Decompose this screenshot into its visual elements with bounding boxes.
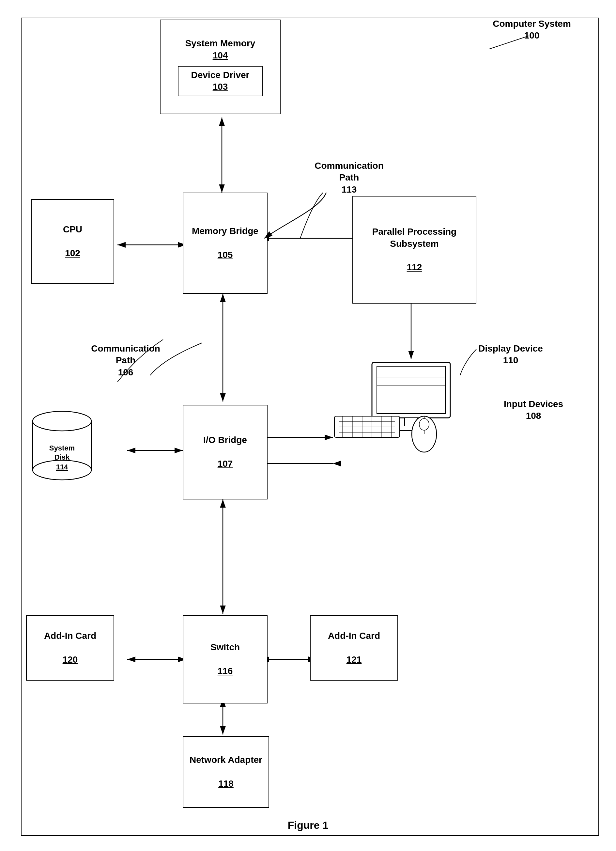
svg-text:System: System [49,444,75,452]
add-in-card-120-box: Add-In Card 120 [26,615,114,681]
comm-path-113-label: Communication Path 113 [307,160,392,195]
switch-box: Switch 116 [183,615,267,704]
svg-rect-15 [377,366,445,413]
add-in-card-121-box: Add-In Card 121 [310,615,398,681]
computer-system-label: Computer System 100 [483,18,581,42]
svg-rect-39 [21,18,599,836]
io-bridge-box: I/O Bridge 107 [183,405,267,499]
keyboard-icon [333,415,401,441]
input-devices-label: Input Devices 108 [493,398,574,422]
mouse-icon [408,408,440,454]
system-memory-box: System Memory 104 Device Driver 103 [160,20,281,114]
system-memory-label: System Memory 104 [185,38,255,62]
cpu-box: CPU 102 [31,199,114,284]
svg-text:Disk: Disk [54,453,70,461]
network-adapter-box: Network Adapter 118 [183,736,269,808]
device-driver-box: Device Driver 103 [178,66,263,96]
svg-text:114: 114 [56,463,68,471]
comm-path-106-label: Communication Path 106 [81,343,170,378]
svg-point-34 [33,411,92,431]
parallel-processing-box: Parallel Processing Subsystem 112 [352,196,476,304]
svg-point-32 [419,418,429,430]
system-disk-icon: System Disk 114 [26,405,98,483]
diagram: Computer System 100 System Memory 104 De… [0,0,616,851]
figure-label: Figure 1 [0,819,616,831]
display-device-label: Display Device 110 [470,343,551,367]
memory-bridge-box: Memory Bridge 105 [183,192,267,294]
computer-system-boundary [20,16,600,839]
